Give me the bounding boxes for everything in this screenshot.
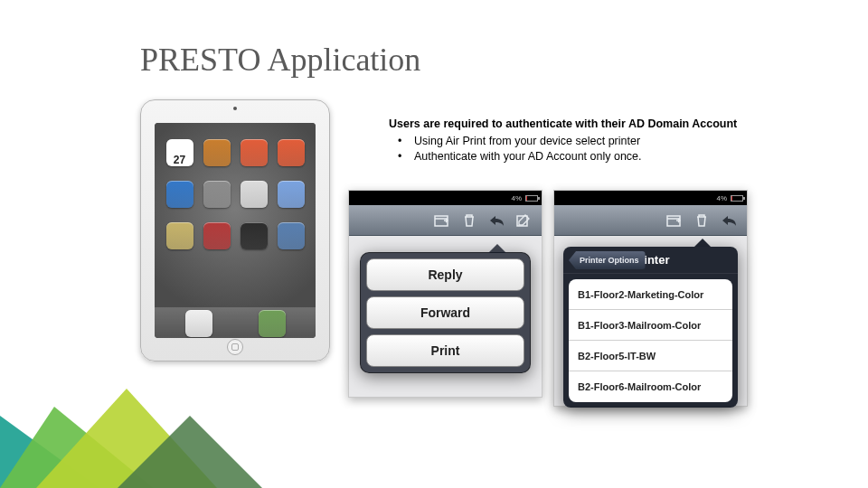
app-icon[interactable] (241, 139, 268, 166)
ipad-home-screen: 27 (155, 123, 316, 338)
app-icon[interactable] (278, 181, 305, 208)
battery-percent: 4% (511, 194, 522, 202)
svg-marker-4 (0, 407, 154, 488)
app-icon[interactable] (203, 181, 231, 208)
ipad-dock (155, 307, 316, 338)
app-icon[interactable] (203, 139, 231, 166)
ipad-frame: 27 (140, 99, 330, 361)
iphone-printerlist-screenshot: 4% Printer Options Printer B1-Floor2-Mar… (553, 190, 748, 407)
app-icon[interactable] (278, 222, 305, 249)
battery-percent: 4% (716, 194, 727, 202)
action-sheet: Reply Forward Print (360, 252, 531, 373)
description-bullet: Authenticate with your AD Account only o… (414, 149, 769, 164)
app-icon[interactable] (241, 222, 268, 249)
app-icon[interactable] (185, 310, 212, 337)
back-button[interactable]: Printer Options (569, 251, 646, 269)
reply-icon[interactable] (718, 211, 740, 230)
trash-icon[interactable] (691, 211, 712, 230)
forward-button[interactable]: Forward (366, 296, 524, 329)
printer-row[interactable]: B2-Floor5-IT-BW (569, 341, 732, 371)
printer-list: B1-Floor2-Marketing-Color B1-Floor3-Mail… (569, 279, 732, 402)
description-block: Users are required to authenticate with … (389, 117, 769, 164)
svg-marker-6 (118, 416, 262, 488)
printer-row[interactable]: B2-Floor6-Mailroom-Color (569, 371, 732, 402)
folder-move-icon[interactable] (664, 211, 685, 230)
app-icon[interactable] (166, 181, 193, 208)
print-button[interactable]: Print (366, 334, 524, 367)
app-icon[interactable] (241, 181, 268, 208)
battery-icon (731, 195, 743, 202)
status-bar: 4% (554, 191, 747, 205)
reply-icon[interactable] (486, 211, 507, 230)
calendar-app-icon[interactable]: 27 (166, 139, 193, 166)
description-bullet: Using Air Print from your device select … (414, 134, 769, 149)
description-lead: Users are required to authenticate with … (389, 117, 769, 132)
app-icon[interactable] (278, 139, 305, 166)
app-icon[interactable] (166, 222, 193, 249)
home-button[interactable] (227, 339, 243, 355)
app-icon[interactable] (203, 222, 231, 249)
app-icon[interactable] (259, 310, 286, 337)
nav-bar (554, 205, 747, 236)
status-bar: 4% (349, 191, 542, 205)
printer-row[interactable]: B1-Floor2-Marketing-Color (569, 279, 732, 310)
nav-bar (349, 205, 542, 236)
battery-icon (525, 195, 538, 202)
printer-popover: Printer Options Printer B1-Floor2-Market… (563, 247, 738, 408)
iphone-actionsheet-screenshot: 4% Reply Forward Print (348, 190, 542, 398)
folder-move-icon[interactable] (431, 211, 453, 230)
printer-row[interactable]: B1-Floor3-Mailroom-Color (569, 310, 732, 341)
reply-button[interactable]: Reply (366, 258, 524, 291)
decorative-shapes (0, 352, 271, 488)
camera-dot (233, 107, 237, 110)
trash-icon[interactable] (458, 211, 480, 230)
svg-marker-3 (0, 416, 99, 488)
compose-icon[interactable] (513, 211, 534, 230)
page-title: PRESTO Application (140, 41, 420, 79)
svg-marker-5 (36, 389, 217, 488)
